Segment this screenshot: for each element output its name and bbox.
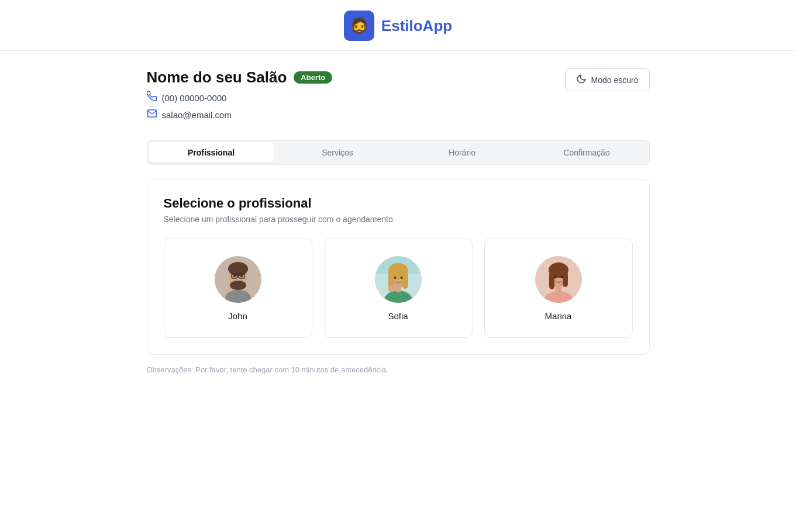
avatar-sofia-svg — [375, 256, 422, 303]
email-address: salao@email.com — [162, 110, 232, 120]
avatar-john — [215, 256, 261, 303]
logo-icon: 🧔 — [350, 18, 368, 33]
phone-number: (00) 00000-0000 — [162, 93, 227, 103]
professional-name-marina: Marina — [545, 311, 572, 321]
svg-rect-27 — [563, 272, 568, 287]
svg-point-2 — [228, 262, 248, 276]
phone-icon — [147, 91, 157, 105]
svg-point-28 — [554, 276, 556, 278]
app-header: 🧔 EstiloApp — [0, 0, 796, 51]
salon-title: Nome do seu Salão — [147, 68, 287, 87]
observations-text: Observações: Por favor, tente chegar com… — [147, 365, 650, 374]
status-badge: Aberto — [294, 71, 332, 84]
svg-point-19 — [400, 277, 402, 279]
salon-header: Nome do seu Salão Aberto (00) 00000-0000 — [147, 68, 650, 134]
svg-rect-17 — [402, 272, 408, 289]
svg-point-5 — [240, 275, 242, 277]
app-name: EstiloApp — [381, 17, 452, 35]
salon-info-left: Nome do seu Salão Aberto (00) 00000-0000 — [147, 68, 333, 134]
professional-card-john[interactable]: John — [164, 238, 312, 338]
professionals-grid: John — [164, 238, 633, 338]
professional-card-marina[interactable]: Marina — [484, 238, 633, 338]
section-subtitle: Selecione um profissional para prossegui… — [164, 215, 633, 224]
avatar-sofia — [375, 256, 422, 303]
tab-confirmacao[interactable]: Confirmação — [525, 141, 649, 164]
professional-section-card: Selecione o profissional Selecione um pr… — [147, 179, 650, 355]
svg-point-4 — [233, 275, 235, 277]
email-icon — [147, 108, 157, 122]
svg-point-29 — [560, 276, 563, 278]
professional-name-john: John — [228, 311, 247, 321]
tab-servicos[interactable]: Serviços — [275, 141, 400, 164]
section-title: Selecione o profissional — [164, 196, 633, 211]
avatar-marina-svg — [535, 256, 582, 303]
dark-mode-button[interactable]: Modo escuro — [565, 68, 650, 91]
svg-point-3 — [230, 281, 246, 290]
phone-row: (00) 00000-0000 — [147, 91, 333, 105]
professional-card-sofia[interactable]: Sofia — [324, 238, 473, 338]
booking-tabs: Profissional Serviços Horário Confirmaçã… — [147, 140, 650, 165]
tab-horario[interactable]: Horário — [400, 141, 525, 164]
svg-point-18 — [394, 277, 396, 279]
avatar-john-svg — [215, 256, 261, 303]
moon-icon — [576, 74, 587, 86]
professional-name-sofia: Sofia — [388, 311, 408, 321]
contact-info: (00) 00000-0000 salao@email.com — [147, 91, 333, 122]
tab-profissional[interactable]: Profissional — [149, 143, 274, 163]
svg-rect-23 — [556, 287, 561, 293]
main-content: Nome do seu Salão Aberto (00) 00000-0000 — [135, 51, 661, 374]
salon-title-row: Nome do seu Salão Aberto — [147, 68, 333, 87]
svg-rect-26 — [549, 272, 554, 289]
email-row: salao@email.com — [147, 108, 333, 122]
dark-mode-label: Modo escuro — [591, 75, 639, 85]
app-logo: 🧔 — [344, 11, 374, 41]
avatar-marina — [535, 256, 582, 303]
